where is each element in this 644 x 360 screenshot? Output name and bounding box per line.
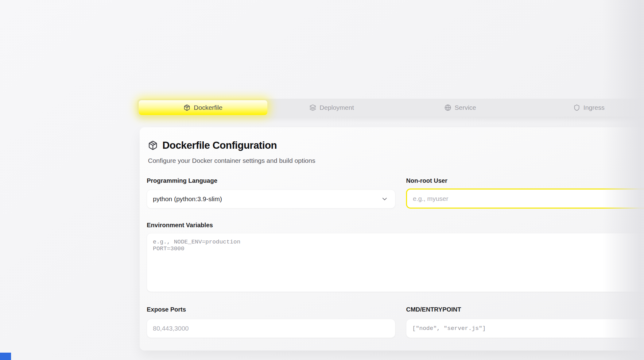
cmd-entrypoint-label: CMD/ENTRYPOINT [406,306,461,313]
programming-language-select[interactable]: python (python:3.9-slim) [147,190,395,209]
programming-language-label: Programming Language [147,177,217,184]
globe-icon [444,104,451,111]
non-root-user-label: Non-root User [406,177,447,184]
layers-icon [309,104,316,111]
tab-service[interactable]: Service [396,100,525,115]
blue-corner-element [0,353,11,360]
tab-dockerfile[interactable]: Dockerfile [139,100,267,115]
page-title: Dockerfile Configuration [162,140,277,151]
expose-ports-input[interactable] [147,319,395,338]
programming-language-value: python (python:3.9-slim) [153,195,222,203]
page-subtitle: Configure your Docker container settings… [148,157,315,164]
panel-header: Dockerfile Configuration [148,140,277,151]
tab-ingress[interactable]: Ingress [525,100,644,115]
cmd-entrypoint-input[interactable] [406,319,644,338]
chevron-down-icon [381,195,388,203]
dockerfile-configuration-panel: Dockerfile Configuration Configure your … [140,127,644,350]
package-icon [148,140,158,150]
config-tab-bar: Dockerfile Deployment Service Ingress [137,99,644,117]
non-root-user-input[interactable] [406,189,644,209]
tab-ingress-label: Ingress [584,104,605,111]
shield-icon [573,104,580,111]
tab-service-label: Service [455,104,476,111]
tab-deployment-label: Deployment [320,104,354,111]
tab-deployment[interactable]: Deployment [267,100,396,115]
expose-ports-label: Expose Ports [147,306,186,313]
tab-dockerfile-label: Dockerfile [194,104,222,111]
package-icon [184,104,190,111]
environment-variables-label: Environment Variables [147,222,213,229]
environment-variables-textarea[interactable] [147,233,644,292]
